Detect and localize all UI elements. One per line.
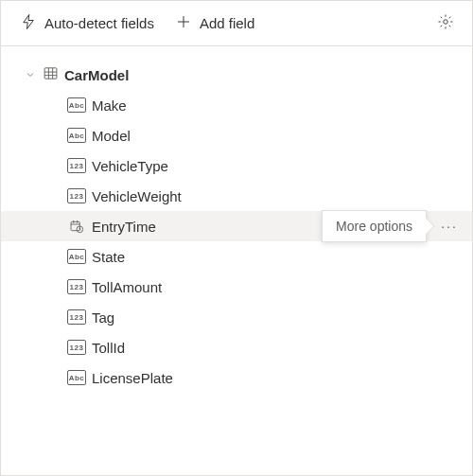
field-label: Model bbox=[92, 128, 131, 144]
field-label: TollId bbox=[92, 340, 125, 356]
field-label: Make bbox=[92, 97, 127, 114]
field-label: LicensePlate bbox=[92, 370, 173, 386]
field-row-licenseplate[interactable]: AbcLicensePlate bbox=[1, 362, 472, 393]
datatype-datetime-icon bbox=[67, 219, 86, 234]
field-row-entrytime[interactable]: EntryTimeMore options··· bbox=[1, 211, 472, 241]
datatype-abc-icon: Abc bbox=[67, 249, 86, 264]
lightning-icon bbox=[20, 13, 37, 33]
field-label: TollAmount bbox=[92, 279, 162, 295]
field-row-model[interactable]: AbcModel bbox=[1, 120, 472, 150]
svg-rect-1 bbox=[44, 68, 57, 79]
add-field-button[interactable]: Add field bbox=[169, 9, 260, 37]
add-field-label: Add field bbox=[200, 15, 254, 31]
more-options-button[interactable]: ··· bbox=[436, 213, 463, 239]
more-options-tooltip: More options bbox=[322, 210, 427, 242]
ellipsis-icon: ··· bbox=[441, 219, 458, 234]
field-row-tollamount[interactable]: 123TollAmount bbox=[1, 272, 472, 302]
auto-detect-fields-button[interactable]: Auto-detect fields bbox=[14, 9, 160, 37]
field-label: VehicleWeight bbox=[92, 188, 182, 204]
tree-root-label: CarModel bbox=[64, 67, 129, 83]
field-label: VehicleType bbox=[92, 158, 168, 174]
datatype-abc-icon: Abc bbox=[67, 97, 86, 113]
auto-detect-label: Auto-detect fields bbox=[44, 15, 154, 31]
gear-icon bbox=[437, 13, 454, 33]
datatype-123-icon: 123 bbox=[67, 340, 86, 355]
datatype-123-icon: 123 bbox=[67, 279, 86, 294]
datatype-abc-icon: Abc bbox=[67, 370, 86, 385]
datatype-123-icon: 123 bbox=[67, 309, 86, 325]
datatype-123-icon: 123 bbox=[67, 158, 86, 173]
field-row-tollid[interactable]: 123TollId bbox=[1, 332, 472, 362]
field-row-tag[interactable]: 123Tag bbox=[1, 302, 472, 332]
datatype-abc-icon: Abc bbox=[67, 128, 86, 143]
plus-icon bbox=[175, 13, 192, 33]
field-label: State bbox=[92, 249, 125, 265]
table-icon bbox=[43, 65, 59, 84]
tree-root-carmodel[interactable]: CarModel bbox=[1, 60, 472, 90]
field-row-make[interactable]: AbcMake bbox=[1, 90, 472, 120]
toolbar: Auto-detect fields Add field bbox=[1, 1, 472, 46]
field-label: EntryTime bbox=[92, 219, 156, 235]
datatype-123-icon: 123 bbox=[67, 188, 86, 203]
field-row-state[interactable]: AbcState bbox=[1, 241, 472, 272]
settings-button[interactable] bbox=[432, 10, 459, 37]
field-row-vehicleweight[interactable]: 123VehicleWeight bbox=[1, 181, 472, 211]
field-label: Tag bbox=[92, 309, 114, 326]
fields-panel: Auto-detect fields Add field bbox=[0, 0, 473, 476]
tree-view: CarModel AbcMakeAbcModel123VehicleType12… bbox=[1, 46, 472, 393]
chevron-down-icon[interactable] bbox=[24, 68, 37, 81]
svg-point-0 bbox=[444, 20, 448, 25]
field-row-vehicletype[interactable]: 123VehicleType bbox=[1, 150, 472, 181]
